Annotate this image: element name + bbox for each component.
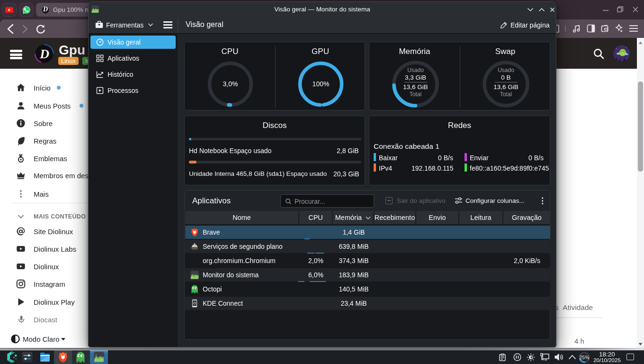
svg-text:D: D	[39, 46, 49, 61]
